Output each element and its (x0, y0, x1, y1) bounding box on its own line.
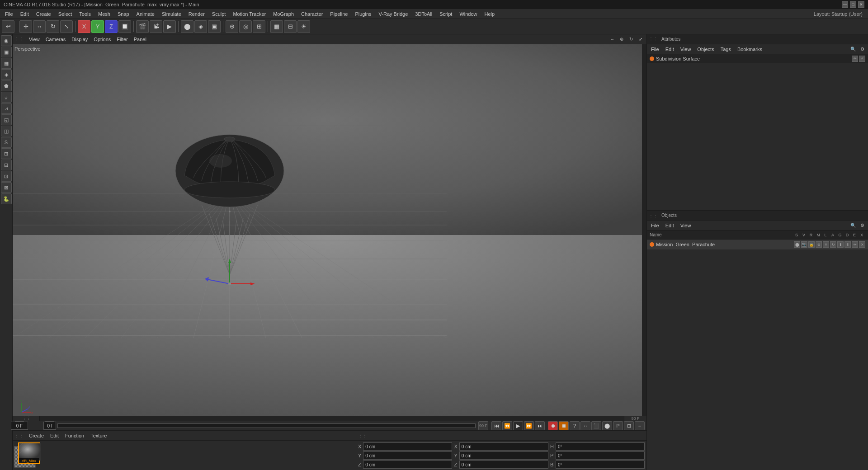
points-mode-button[interactable]: ⬤ (181, 20, 193, 33)
menu-mesh[interactable]: Mesh (95, 10, 113, 18)
tool-extrude[interactable]: ⬟ (1, 80, 12, 91)
vp-menu-view[interactable]: View (27, 36, 42, 43)
y-axis-button[interactable]: Y (91, 20, 104, 33)
tool-knife[interactable]: ⏚ (1, 92, 12, 103)
attr-menu-edit[interactable]: Edit (663, 46, 676, 53)
help-button[interactable]: ? (570, 421, 580, 430)
menu-vray-bridge[interactable]: V-Ray Bridge (376, 10, 411, 18)
coord-h-input[interactable] (556, 442, 645, 451)
menu-animate[interactable]: Animate (133, 10, 158, 18)
coord-x-input[interactable] (363, 442, 452, 451)
menu-simulate[interactable]: Simulate (159, 10, 184, 18)
obj-icon-x[interactable]: ✕ (859, 241, 865, 248)
frame-start-field[interactable] (43, 422, 56, 430)
obj-icon-lock[interactable]: 🔒 (808, 241, 815, 248)
tool-model[interactable]: ◉ (1, 35, 12, 46)
obj-menu-view[interactable]: View (678, 222, 693, 229)
coord-rx-input[interactable] (459, 442, 548, 451)
floor-button[interactable]: ▦ (270, 20, 283, 33)
x-axis-button[interactable]: X (78, 20, 90, 33)
render-settings-button[interactable]: 📽 (150, 20, 162, 33)
vp-menu-panel[interactable]: Panel (132, 36, 149, 43)
menu-file[interactable]: File (2, 10, 16, 18)
tool-spline[interactable]: ◱ (1, 114, 12, 125)
snap-timeline-button[interactable]: ↔ (580, 421, 590, 430)
obj-icon-render[interactable]: 📷 (801, 241, 807, 248)
coord-p-input[interactable] (556, 451, 645, 460)
vp-icon-maximize[interactable]: ⤢ (637, 35, 645, 43)
coord-b-input[interactable] (556, 461, 645, 469)
maximize-button[interactable]: □ (850, 1, 856, 8)
obj-icon-edit[interactable]: ✏ (852, 241, 858, 248)
goto-start-button[interactable]: ⏮ (491, 421, 501, 430)
loop-button[interactable]: ⏺ (548, 421, 558, 430)
vp-icon-zoom[interactable]: ⊕ (618, 35, 626, 43)
material-menu-texture[interactable]: Texture (88, 432, 109, 439)
move-button[interactable]: ↔ (33, 20, 46, 33)
frame-field[interactable] (14, 421, 24, 430)
viewport-scrollbar-vertical[interactable] (642, 44, 646, 416)
tool-bezier[interactable]: ◫ (1, 126, 12, 136)
menu-select[interactable]: Select (55, 10, 75, 18)
step-back-button[interactable]: ⏪ (502, 421, 512, 430)
obj-icon-motion[interactable]: ↻ (830, 241, 836, 248)
vp-menu-filter[interactable]: Filter (114, 36, 130, 43)
vp-icon-move[interactable]: ↔ (608, 35, 616, 43)
attr-menu-bookmarks[interactable]: Bookmarks (735, 46, 764, 53)
menu-edit[interactable]: Edit (17, 10, 32, 18)
vp-icon-rotate[interactable]: ↻ (627, 35, 635, 43)
tool-joint[interactable]: ⊟ (1, 160, 12, 170)
minimize-button[interactable]: — (842, 1, 848, 8)
rotate-button[interactable]: ↻ (47, 20, 59, 33)
obj-icon-child[interactable]: ⬇ (844, 241, 851, 248)
tool-character[interactable]: ⊠ (1, 182, 12, 193)
render-button[interactable]: 🎬 (136, 20, 149, 33)
attr-menu-file[interactable]: File (649, 46, 661, 53)
attr-settings-icon[interactable]: ⚙ (858, 45, 866, 53)
frame-start-input[interactable] (45, 421, 55, 430)
render-region-button[interactable]: ▶ (163, 20, 176, 33)
tool-python[interactable]: 🐍 (1, 193, 12, 204)
tool-polygon[interactable]: ◈ (1, 69, 12, 80)
polygons-mode-button[interactable]: ▣ (208, 20, 221, 33)
grid-snap-button[interactable]: ⊞ (624, 421, 634, 430)
attr-menu-objects[interactable]: Objects (695, 46, 716, 53)
close-button[interactable]: ✕ (858, 1, 864, 8)
current-frame-input[interactable] (11, 422, 28, 430)
menu-help[interactable]: Help (481, 10, 498, 18)
auto-key-button[interactable]: P (613, 421, 623, 430)
obj-row-parachute[interactable]: Mission_Green_Parachute ⬤ 📷 🔒 ⊛ ≡ ↻ ⬆ ⬇ … (647, 240, 868, 249)
tool-pen[interactable]: S (1, 137, 12, 148)
menu-snap[interactable]: Snap (114, 10, 132, 18)
menu-render[interactable]: Render (185, 10, 208, 18)
tool-bones[interactable]: ⊞ (1, 148, 12, 159)
subdiv-check-icon[interactable]: ✓ (859, 56, 865, 62)
playback-slider[interactable] (57, 423, 476, 428)
vp-menu-cameras[interactable]: Cameras (43, 36, 68, 43)
settings-button[interactable]: ≡ (635, 421, 645, 430)
attr-menu-view[interactable]: View (678, 46, 693, 53)
obj-settings-icon[interactable]: ⚙ (858, 221, 866, 230)
coord-system-button[interactable]: 🔲 (118, 20, 131, 33)
attr-menu-tags[interactable]: Tags (718, 46, 733, 53)
viewport[interactable]: ⋮⋮ View Cameras Display Options Filter P… (13, 34, 646, 416)
menu-3dtoall[interactable]: 3DToAll (412, 10, 435, 18)
tool-texture[interactable]: ▣ (1, 47, 12, 57)
play-button[interactable]: ▶ (513, 421, 523, 430)
menu-plugins[interactable]: Plugins (352, 10, 374, 18)
material-menu-create[interactable]: Create (27, 432, 46, 439)
tool-checkerboard[interactable]: ▦ (1, 58, 12, 69)
menu-motion-tracker[interactable]: Motion Tracker (230, 10, 269, 18)
selection-filter-button[interactable]: ⊞ (253, 20, 265, 33)
vp-menu-display[interactable]: Display (69, 36, 90, 43)
menu-pipeline[interactable]: Pipeline (327, 10, 351, 18)
menu-script[interactable]: Script (436, 10, 455, 18)
record-button[interactable]: ⬤ (602, 421, 612, 430)
menu-create[interactable]: Create (33, 10, 54, 18)
material-menu-function[interactable]: Function (63, 432, 86, 439)
tool-weight[interactable]: ⊡ (1, 171, 12, 182)
stop-button[interactable]: ⏹ (559, 421, 569, 430)
edges-mode-button[interactable]: ◈ (194, 20, 207, 33)
step-forward-button[interactable]: ⏩ (524, 421, 534, 430)
new-object-button[interactable]: ✛ (19, 20, 32, 33)
